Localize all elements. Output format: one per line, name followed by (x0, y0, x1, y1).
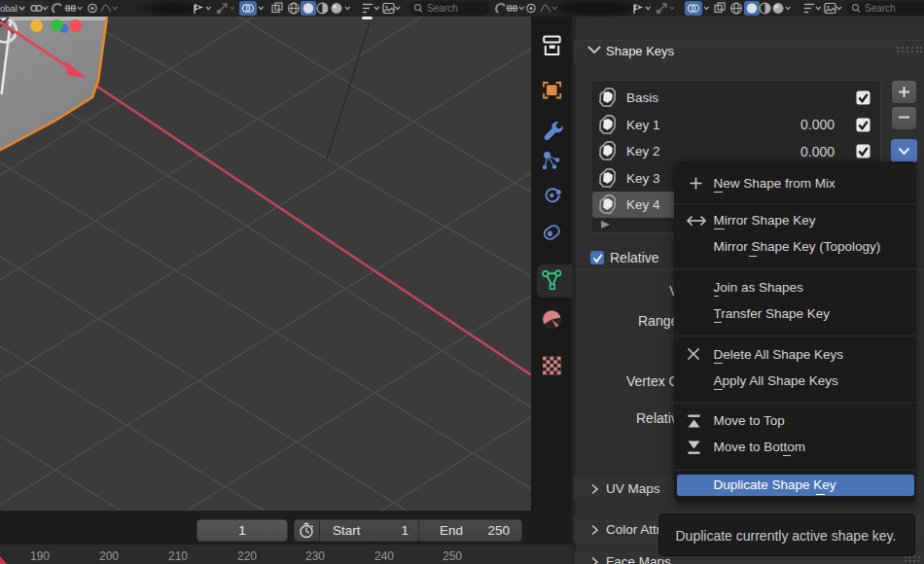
svg-text:Search: Search (427, 3, 458, 14)
svg-text:Search: Search (865, 3, 896, 14)
svg-text:obal: obal (0, 3, 18, 14)
